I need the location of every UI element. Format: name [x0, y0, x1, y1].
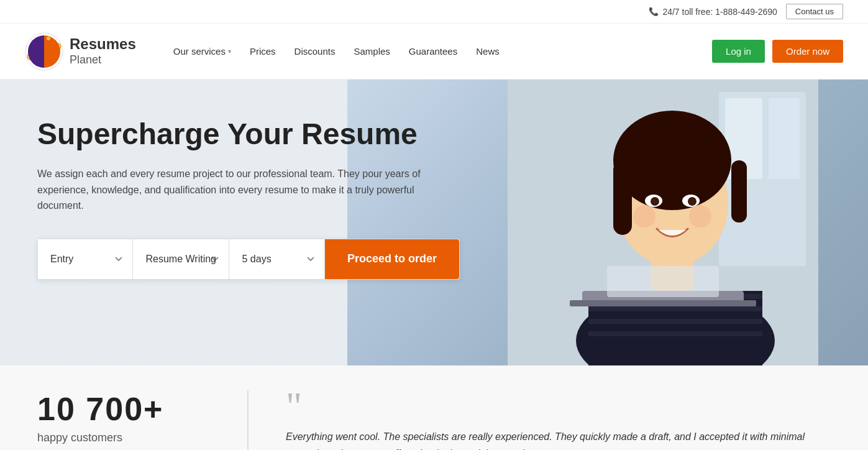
proceed-button[interactable]: Proceed to order	[325, 239, 459, 279]
nav-prices[interactable]: Prices	[250, 46, 276, 57]
svg-rect-17	[731, 160, 747, 223]
quote-text: Everything went cool. The specialists ar…	[286, 428, 831, 450]
brand-name: Resumes	[70, 35, 136, 53]
service-select[interactable]: Resume Writing CV Writing Cover Letter L…	[133, 239, 229, 279]
nav-guarantees[interactable]: Guarantees	[409, 46, 457, 57]
contact-button[interactable]: Contact us	[786, 4, 843, 19]
svg-point-22	[633, 205, 656, 227]
svg-rect-25	[570, 300, 756, 306]
stats-counter: 10 700+ happy customers	[37, 390, 249, 450]
header: Resumes Planet Our services ▾ Prices Dis…	[0, 24, 868, 80]
order-button[interactable]: Order now	[772, 40, 843, 63]
nav-discounts[interactable]: Discounts	[295, 46, 336, 57]
chevron-down-icon: ▾	[228, 48, 231, 55]
header-actions: Log in Order now	[712, 40, 843, 63]
quote-icon: "	[286, 390, 831, 422]
svg-point-23	[689, 205, 711, 227]
deadline-select[interactable]: 5 days 3 days 2 days 24 hours	[229, 239, 324, 279]
order-form: Entry Mid-Level Senior Executive Resume …	[37, 239, 460, 280]
svg-point-2	[47, 37, 50, 40]
level-select[interactable]: Entry Mid-Level Senior Executive	[38, 239, 133, 279]
testimonial: " Everything went cool. The specialists …	[249, 390, 831, 450]
nav-news[interactable]: News	[476, 46, 500, 57]
svg-point-21	[688, 197, 697, 206]
login-button[interactable]: Log in	[712, 40, 765, 63]
hero-description: We assign each and every resume project …	[37, 166, 423, 214]
brand-sub: Planet	[70, 53, 136, 67]
hero-person-image	[508, 80, 818, 365]
svg-rect-10	[588, 306, 762, 311]
svg-rect-16	[613, 160, 632, 235]
svg-rect-26	[607, 266, 719, 297]
main-nav: Our services ▾ Prices Discounts Samples …	[173, 46, 712, 57]
phone-info: 📞 24/7 toll free: 1-888-449-2690	[649, 7, 777, 17]
nav-our-services[interactable]: Our services ▾	[173, 46, 231, 57]
logo[interactable]: Resumes Planet	[25, 32, 136, 71]
hero-title: Supercharge Your Resume	[37, 117, 460, 151]
svg-rect-12	[588, 331, 762, 336]
logo-text: Resumes Planet	[70, 35, 136, 67]
svg-point-20	[651, 197, 659, 206]
hero-section: Supercharge Your Resume We assign each a…	[0, 80, 868, 365]
logo-icon	[25, 32, 63, 71]
phone-text: 24/7 toll free: 1-888-449-2690	[662, 7, 777, 17]
stats-section: 10 700+ happy customers " Everything wen…	[0, 365, 868, 450]
nav-samples[interactable]: Samples	[354, 46, 390, 57]
top-bar: 📞 24/7 toll free: 1-888-449-2690 Contact…	[0, 0, 868, 24]
stats-number: 10 700+	[37, 390, 210, 428]
phone-icon: 📞	[649, 7, 659, 16]
stats-label: happy customers	[37, 431, 210, 444]
hero-content: Supercharge Your Resume We assign each a…	[0, 80, 497, 280]
svg-rect-6	[769, 98, 800, 179]
svg-rect-11	[588, 319, 762, 324]
